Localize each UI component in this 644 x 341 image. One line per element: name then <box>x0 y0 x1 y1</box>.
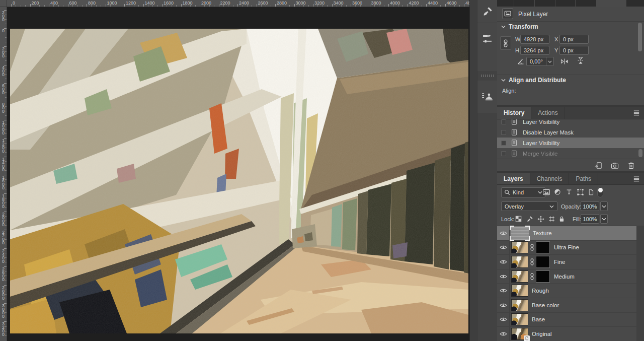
layer-visibility-toggle[interactable] <box>497 313 510 327</box>
opacity-dropdown[interactable] <box>600 201 608 211</box>
vertical-ruler[interactable]: 2 0 002 0 04 0 06 0 08 0 01 0 0 01 2 0 0… <box>0 7 7 341</box>
layer-name[interactable]: Original <box>532 331 552 337</box>
new-document-from-state-icon[interactable] <box>594 162 602 169</box>
lock-image-brush-icon[interactable] <box>526 216 533 223</box>
chevron-down-icon[interactable] <box>501 25 506 28</box>
lock-artboard-icon[interactable] <box>548 216 555 222</box>
tab-actions[interactable]: Actions <box>531 107 565 119</box>
history-state-row[interactable]: Layer Visibility <box>497 138 644 148</box>
layer-mask-link-icon[interactable] <box>530 244 534 251</box>
layer-visibility-toggle[interactable] <box>497 284 510 298</box>
panel-menu-icon[interactable] <box>633 110 640 116</box>
layer-row[interactable]: Fine <box>497 255 636 269</box>
layer-visibility-toggle[interactable] <box>497 327 510 341</box>
canvas-artwork[interactable] <box>10 29 468 333</box>
align-section-title[interactable]: Align and Distribute <box>509 77 566 84</box>
tab-history[interactable]: History <box>497 107 531 119</box>
chevron-down-icon[interactable] <box>501 79 506 82</box>
lock-transparency-icon[interactable] <box>515 216 522 222</box>
lock-all-padlock-icon[interactable] <box>558 216 565 222</box>
filter-type-layers-icon[interactable] <box>566 188 573 195</box>
tab-channels[interactable]: Channels <box>530 173 570 184</box>
layer-visibility-toggle[interactable] <box>497 241 510 255</box>
layer-name[interactable]: Rough <box>532 288 549 294</box>
canvas-viewport[interactable] <box>7 7 469 341</box>
layer-thumbnail[interactable] <box>511 256 528 268</box>
opacity-value[interactable]: 100% <box>581 201 599 211</box>
history-state-row[interactable]: Layer Visibility <box>497 119 644 127</box>
layer-row[interactable]: Ultra Fine <box>497 241 636 255</box>
layer-name[interactable]: Medium <box>554 274 575 280</box>
history-scrollbar[interactable] <box>638 149 642 157</box>
layer-thumbnail[interactable] <box>511 241 528 253</box>
layer-mask-link-icon[interactable] <box>530 258 534 265</box>
layer-row[interactable]: Base color <box>497 298 636 313</box>
horizontal-ruler[interactable]: 0200400600800100012001400160018002000220… <box>7 0 469 7</box>
fill-value[interactable]: 100% <box>581 214 599 224</box>
filter-smart-objects-icon[interactable] <box>588 188 594 196</box>
history-state-row[interactable]: Disable Layer Mask <box>497 127 644 138</box>
layer-visibility-toggle[interactable] <box>497 255 510 269</box>
ruler-corner[interactable] <box>0 0 7 7</box>
dock-drag-grip[interactable] <box>481 75 494 77</box>
rotate-angle-field[interactable]: 0,00° <box>526 57 554 66</box>
blend-mode-dropdown[interactable]: Overlay <box>501 201 557 211</box>
layer-row[interactable]: Base <box>497 313 636 327</box>
delete-state-trash-icon[interactable] <box>627 162 635 169</box>
layer-row[interactable]: Original <box>497 327 636 341</box>
brushes-panel-button[interactable] <box>477 23 498 54</box>
layer-row[interactable]: Rough <box>497 284 636 298</box>
history-brush-source-well[interactable] <box>501 141 506 146</box>
rotate-angle-value[interactable]: 0,00° <box>527 58 546 64</box>
layer-row[interactable]: Texture <box>497 226 636 241</box>
angle-dropdown[interactable] <box>546 57 553 65</box>
layer-name[interactable]: Fine <box>554 259 565 265</box>
layer-mask-thumbnail[interactable] <box>536 256 550 268</box>
layer-mask-thumbnail[interactable] <box>536 270 550 283</box>
properties-scrollbar[interactable] <box>638 23 642 51</box>
history-brush-source-well[interactable] <box>501 119 506 124</box>
x-field[interactable]: 0 px <box>559 35 589 44</box>
layer-name[interactable]: Texture <box>533 230 552 236</box>
layer-visibility-toggle[interactable] <box>497 298 510 312</box>
link-dimensions-button[interactable] <box>500 36 511 50</box>
tab-properties[interactable] <box>596 0 626 7</box>
brush-settings-panel-button[interactable] <box>477 0 498 23</box>
layer-name[interactable]: Base <box>532 316 545 322</box>
layer-visibility-toggle[interactable] <box>497 226 510 240</box>
y-field[interactable]: 0 px <box>559 46 589 55</box>
panel-menu-icon[interactable] <box>633 176 640 182</box>
history-brush-source-well[interactable] <box>501 151 506 156</box>
tab-paths[interactable]: Paths <box>569 173 598 184</box>
history-brush-source-well[interactable] <box>501 130 506 135</box>
filter-adjustment-layers-icon[interactable] <box>554 188 561 195</box>
layer-name[interactable]: Ultra Fine <box>554 244 579 250</box>
filter-kind-dropdown[interactable]: Kind <box>501 187 545 197</box>
layer-visibility-toggle[interactable] <box>497 269 510 284</box>
filter-shape-layers-icon[interactable] <box>577 188 584 196</box>
ruler-minor-tick <box>5 79 7 79</box>
new-snapshot-camera-icon[interactable] <box>611 162 619 169</box>
tab-layers[interactable]: Layers <box>497 173 530 184</box>
height-field[interactable]: 3264 px <box>520 46 549 55</box>
transform-section-title[interactable]: Transform <box>509 23 538 30</box>
layers-scroll-gutter[interactable] <box>636 226 644 341</box>
layer-thumbnail[interactable] <box>511 313 528 325</box>
layer-filtering-toggle[interactable] <box>597 187 603 197</box>
flip-horizontal-icon[interactable] <box>560 57 569 65</box>
fill-dropdown[interactable] <box>600 214 608 224</box>
width-field[interactable]: 4928 px <box>520 35 549 44</box>
flip-vertical-icon[interactable] <box>577 56 585 64</box>
history-state-row[interactable]: Merge Visible <box>497 148 644 159</box>
layer-name[interactable]: Base color <box>532 302 559 308</box>
layer-thumbnail[interactable] <box>511 299 528 311</box>
layer-thumbnail-texture[interactable] <box>511 227 529 240</box>
filter-pixel-layers-icon[interactable] <box>542 188 550 196</box>
layer-mask-thumbnail[interactable] <box>536 241 550 253</box>
layer-thumbnail[interactable] <box>511 270 528 283</box>
clone-source-panel-button[interactable] <box>477 81 498 113</box>
layer-mask-link-icon[interactable] <box>530 273 534 280</box>
layer-row[interactable]: Medium <box>497 269 636 284</box>
layer-thumbnail[interactable] <box>511 285 528 297</box>
lock-position-move-icon[interactable] <box>537 216 544 223</box>
